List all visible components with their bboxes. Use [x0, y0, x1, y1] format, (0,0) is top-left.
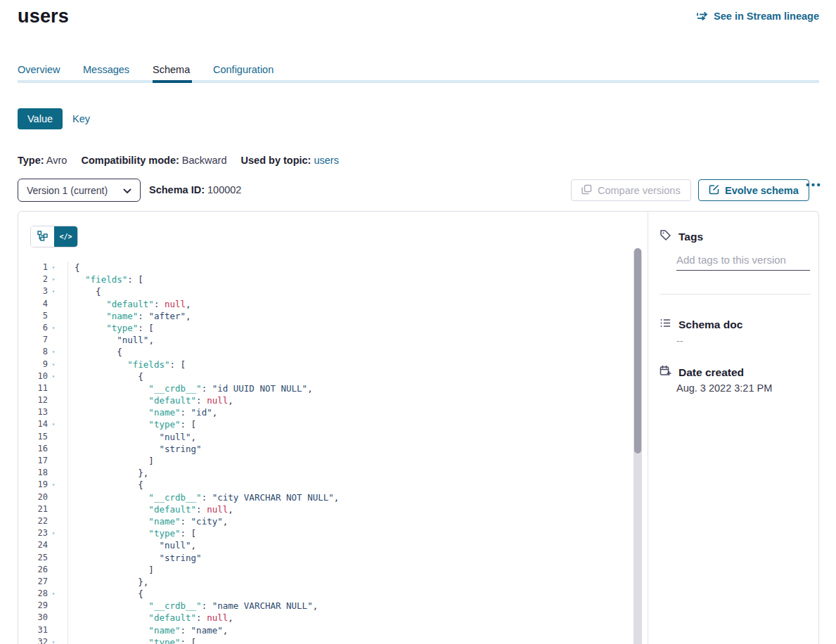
line-number: 23	[32, 527, 48, 539]
version-select-value: Version 1 (current)	[27, 185, 108, 196]
list-icon	[660, 317, 671, 332]
code-line-text: },	[67, 467, 626, 479]
code-line: 10▾ {	[32, 371, 626, 382]
schema-doc-title: Schema doc	[679, 318, 742, 331]
used-by-topic-meta: Used by topic: users	[241, 155, 339, 166]
version-select[interactable]: Version 1 (current)	[18, 179, 141, 202]
code-line: 24 "null",	[32, 539, 626, 551]
line-number: 1	[32, 262, 48, 273]
fold-arrow-icon	[48, 298, 59, 310]
line-number: 13	[32, 406, 48, 418]
fold-arrow-icon[interactable]: ▾	[48, 285, 59, 297]
fold-arrow-icon	[48, 539, 59, 551]
tab-configuration[interactable]: Configuration	[213, 64, 274, 75]
topic-link[interactable]: users	[314, 155, 338, 166]
fold-arrow-icon	[48, 515, 59, 527]
fold-arrow-icon[interactable]: ▾	[48, 479, 59, 491]
code-line-text: "null",	[67, 334, 626, 346]
code-line: 11 "__crdb__": "id UUID NOT NULL",	[32, 382, 626, 394]
value-toggle-button[interactable]: Value	[18, 108, 63, 129]
edit-square-icon	[709, 184, 719, 197]
fold-arrow-icon	[48, 503, 59, 515]
fold-arrow-icon[interactable]: ▾	[48, 418, 59, 430]
stream-lineage-label: See in Stream lineage	[714, 11, 819, 22]
line-number: 7	[32, 334, 48, 346]
code-line-text: "type": [	[67, 418, 626, 430]
editor-view-toggle: </>	[30, 226, 78, 247]
fold-arrow-icon	[48, 334, 59, 346]
code-line: 16 "string"	[32, 443, 626, 455]
line-number: 2	[32, 273, 48, 285]
key-toggle-button[interactable]: Key	[72, 113, 90, 124]
tab-messages[interactable]: Messages	[83, 64, 129, 75]
line-number: 16	[32, 443, 48, 455]
line-number: 19	[32, 479, 48, 491]
code-line-text: "name": "name",	[67, 624, 626, 636]
fold-arrow-icon	[48, 600, 59, 612]
page-title: users	[18, 6, 69, 27]
fold-arrow-icon[interactable]: ▾	[48, 273, 59, 285]
tab-schema[interactable]: Schema	[153, 64, 190, 75]
schema-id: Schema ID: 100002	[149, 184, 241, 195]
schema-doc-section-header: Schema doc	[660, 317, 742, 332]
calendar-add-icon	[660, 365, 671, 380]
code-line-text: {	[67, 588, 626, 600]
fold-arrow-icon[interactable]: ▾	[48, 322, 59, 334]
code-line: 32▾ "type": [	[32, 636, 626, 644]
code-line: 2▾ "fields": [	[32, 273, 626, 285]
code-line-text: "name": "id",	[67, 406, 626, 418]
editor-scrollbar-thumb[interactable]	[634, 248, 641, 453]
code-line: 5 "name": "after",	[32, 310, 626, 322]
line-number: 9	[32, 359, 48, 371]
fold-arrow-icon[interactable]: ▾	[48, 371, 59, 382]
code-line-text: "name": "city",	[67, 515, 626, 527]
code-line-text: "type": [	[67, 636, 626, 644]
tab-underline-track	[18, 80, 819, 83]
fold-arrow-icon[interactable]: ▾	[48, 359, 59, 371]
line-number: 8	[32, 346, 48, 358]
code-view-button[interactable]: </>	[54, 226, 77, 247]
line-number: 18	[32, 467, 48, 479]
line-number: 4	[32, 298, 48, 310]
code-line-text: {	[67, 371, 626, 382]
code-line: 12 "default": null,	[32, 394, 626, 406]
fold-arrow-icon[interactable]: ▾	[48, 588, 59, 600]
fold-arrow-icon	[48, 382, 59, 394]
line-number: 29	[32, 600, 48, 612]
fold-arrow-icon[interactable]: ▾	[48, 346, 59, 358]
schema-info-sidebar: Tags Schema doc --	[648, 212, 818, 644]
tab-overview[interactable]: Overview	[18, 64, 60, 75]
code-line-text: "type": [	[67, 527, 626, 539]
code-line: 4 "default": null,	[32, 298, 626, 310]
code-line: 23▾ "type": [	[32, 527, 626, 539]
line-number: 26	[32, 564, 48, 576]
compare-versions-button[interactable]: Compare versions	[571, 179, 691, 201]
fold-arrow-icon[interactable]: ▾	[48, 527, 59, 539]
line-number: 32	[32, 636, 48, 644]
code-line-text: "__crdb__": "name VARCHAR NULL",	[67, 600, 626, 612]
code-line-text: "default": null,	[67, 394, 626, 406]
line-number: 15	[32, 431, 48, 443]
line-number: 11	[32, 382, 48, 394]
line-number: 21	[32, 503, 48, 515]
stream-lineage-icon	[697, 11, 709, 21]
fold-arrow-icon	[48, 455, 59, 467]
add-tags-input[interactable]	[676, 252, 810, 271]
date-created-title: Date created	[679, 366, 744, 379]
code-line-text: "string"	[67, 552, 626, 564]
code-line-text: "null",	[67, 539, 626, 551]
fold-arrow-icon[interactable]: ▾	[48, 262, 59, 273]
editor-scrollbar-track[interactable]	[634, 248, 642, 644]
fold-arrow-icon[interactable]: ▾	[48, 636, 59, 644]
schema-editor: </> 1▾{2▾ "fields": [3▾ {4 "default": nu…	[18, 212, 648, 644]
fold-arrow-icon	[48, 576, 59, 588]
evolve-schema-button[interactable]: Evolve schema	[698, 179, 809, 201]
line-number: 17	[32, 455, 48, 467]
tab-active-indicator	[153, 80, 192, 83]
stream-lineage-link[interactable]: See in Stream lineage	[697, 11, 819, 22]
more-actions-button[interactable]: •••	[806, 179, 822, 191]
tree-view-button[interactable]	[31, 226, 54, 247]
code-line: 3▾ {	[32, 285, 626, 297]
code-line-text: "type": [	[67, 322, 626, 334]
code-line: 29 "__crdb__": "name VARCHAR NULL",	[32, 600, 626, 612]
